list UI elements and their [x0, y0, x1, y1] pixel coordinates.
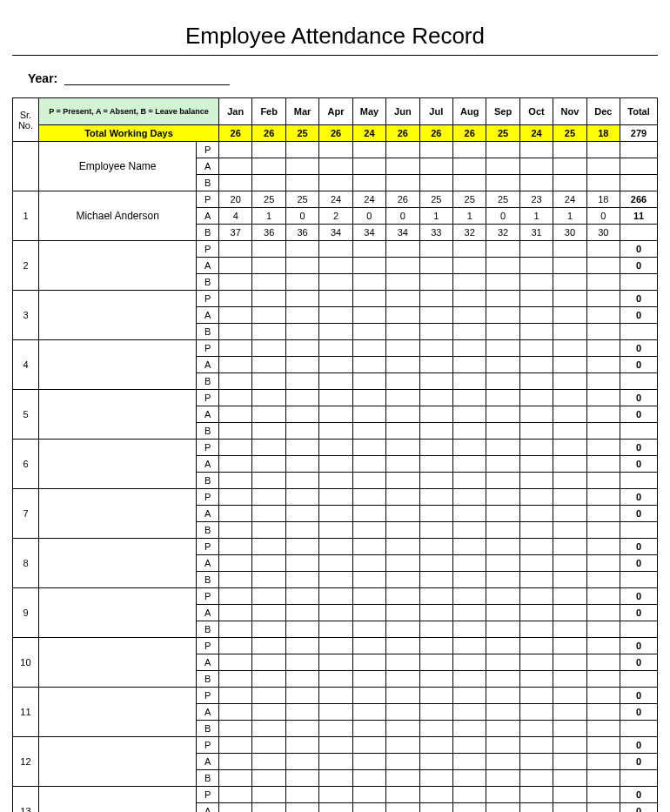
data-cell [219, 440, 252, 456]
year-input-line[interactable] [64, 84, 230, 85]
data-cell [386, 638, 419, 654]
data-cell [419, 605, 452, 621]
data-cell [586, 688, 620, 704]
data-cell [252, 605, 285, 621]
pab-label: A [197, 704, 219, 721]
data-cell [586, 787, 620, 803]
data-cell [419, 158, 452, 175]
data-cell [219, 489, 252, 506]
twd-value: 24 [519, 125, 553, 142]
data-cell [486, 506, 519, 522]
data-cell [386, 158, 419, 175]
data-cell [252, 572, 285, 588]
total-header: Total [620, 98, 658, 125]
data-cell [452, 307, 486, 324]
data-cell [419, 324, 452, 340]
data-cell [452, 588, 486, 605]
row-total: 0 [620, 440, 658, 456]
employee-name [38, 688, 197, 737]
sr-cell [13, 142, 39, 191]
data-cell [319, 456, 352, 473]
data-cell [419, 390, 452, 406]
data-cell: 30 [586, 225, 620, 241]
data-cell [352, 688, 385, 704]
data-cell [486, 340, 519, 357]
pab-label: P [197, 489, 219, 506]
data-cell [285, 456, 318, 473]
data-cell [419, 572, 452, 588]
data-cell [219, 688, 252, 704]
data-cell [419, 803, 452, 813]
month-header: Feb [252, 98, 285, 125]
pab-label: B [197, 522, 219, 539]
data-cell [386, 721, 419, 737]
data-cell [419, 754, 452, 770]
row-total: 0 [620, 390, 658, 406]
data-cell [452, 671, 486, 688]
data-cell [586, 307, 620, 324]
data-cell [519, 423, 553, 440]
data-cell [519, 307, 553, 324]
data-cell [319, 175, 352, 191]
data-cell [419, 373, 452, 390]
page-title: Employee Attendance Record [12, 23, 658, 50]
pab-label: B [197, 473, 219, 489]
data-cell [419, 423, 452, 440]
data-cell [519, 704, 553, 721]
data-cell [419, 770, 452, 787]
sr-cell: 9 [13, 588, 39, 638]
data-cell [386, 291, 419, 307]
data-cell [519, 522, 553, 539]
data-cell [285, 340, 318, 357]
data-cell [386, 274, 419, 291]
data-cell [252, 770, 285, 787]
data-cell [319, 654, 352, 671]
data-cell [419, 357, 452, 373]
row-total: 0 [620, 456, 658, 473]
data-cell [252, 440, 285, 456]
row-total [620, 473, 658, 489]
data-cell [519, 721, 553, 737]
data-cell [352, 654, 385, 671]
twd-value: 26 [419, 125, 452, 142]
data-cell [319, 406, 352, 423]
twd-total: 279 [620, 125, 658, 142]
data-cell [452, 340, 486, 357]
title-rule [12, 55, 658, 56]
data-cell [419, 506, 452, 522]
data-cell [553, 373, 586, 390]
data-cell [252, 307, 285, 324]
data-cell [219, 340, 252, 357]
data-cell [319, 522, 352, 539]
data-cell [586, 737, 620, 754]
data-cell [285, 307, 318, 324]
pab-label: P [197, 390, 219, 406]
data-cell [386, 671, 419, 688]
sr-cell: 2 [13, 241, 39, 291]
data-cell [586, 572, 620, 588]
data-cell [319, 506, 352, 522]
data-cell [586, 175, 620, 191]
data-cell [452, 373, 486, 390]
row-total: 0 [620, 555, 658, 572]
data-cell [486, 671, 519, 688]
data-cell: 34 [319, 225, 352, 241]
data-cell: 0 [486, 208, 519, 225]
data-cell [252, 142, 285, 158]
data-cell [452, 704, 486, 721]
data-cell [519, 803, 553, 813]
data-cell [386, 258, 419, 274]
data-cell: 30 [553, 225, 586, 241]
twd-value: 24 [352, 125, 385, 142]
row-total [620, 142, 658, 158]
data-cell [319, 787, 352, 803]
data-cell [519, 406, 553, 423]
data-cell [386, 770, 419, 787]
data-cell: 1 [553, 208, 586, 225]
data-cell [285, 638, 318, 654]
data-cell [352, 473, 385, 489]
month-header: May [352, 98, 385, 125]
data-cell [219, 390, 252, 406]
pab-label: P [197, 440, 219, 456]
data-cell [386, 621, 419, 638]
